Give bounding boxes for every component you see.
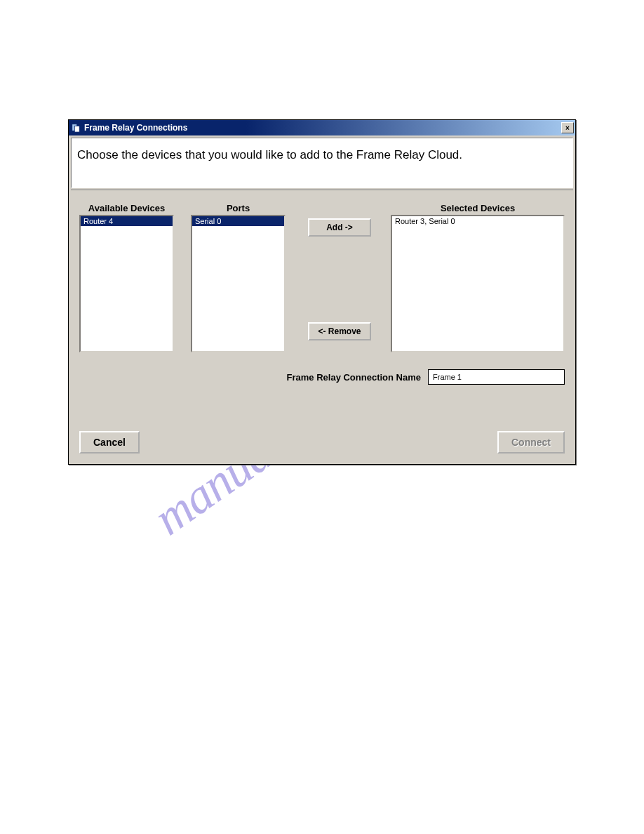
close-icon: × [565, 124, 570, 132]
titlebar: Frame Relay Connections × [69, 120, 575, 135]
instruction-text: Choose the devices that you would like t… [77, 148, 462, 161]
window-body: Choose the devices that you would like t… [69, 135, 575, 464]
cancel-button[interactable]: Cancel [79, 431, 140, 454]
selected-listbox[interactable]: Router 3, Serial 0 [391, 215, 565, 352]
list-item[interactable]: Router 3, Serial 0 [392, 216, 563, 226]
available-column: Available Devices Router 4 [79, 203, 174, 352]
list-item[interactable]: Serial 0 [192, 216, 284, 226]
connect-button[interactable]: Connect [497, 431, 565, 454]
main-area: Available Devices Router 4 Ports Serial … [71, 190, 573, 462]
available-listbox[interactable]: Router 4 [79, 215, 174, 352]
titlebar-title: Frame Relay Connections [84, 123, 187, 133]
svg-rect-1 [74, 126, 79, 132]
columns: Available Devices Router 4 Ports Serial … [79, 203, 565, 352]
footer-buttons: Cancel Connect [79, 431, 565, 454]
close-button[interactable]: × [561, 122, 574, 133]
selected-header: Selected Devices [391, 203, 565, 213]
ports-header: Ports [191, 203, 286, 213]
ports-listbox[interactable]: Serial 0 [191, 215, 286, 352]
titlebar-left: Frame Relay Connections [70, 122, 187, 133]
app-icon [70, 122, 81, 133]
connection-name-label: Frame Relay Connection Name [287, 372, 421, 383]
add-button[interactable]: Add -> [308, 218, 371, 237]
connection-name-input[interactable] [428, 369, 565, 385]
instruction-panel: Choose the devices that you would like t… [71, 138, 573, 188]
transfer-buttons: Add -> <- Remove [308, 203, 371, 340]
list-item[interactable]: Router 4 [81, 216, 173, 226]
available-header: Available Devices [79, 203, 174, 213]
connection-name-row: Frame Relay Connection Name [79, 369, 565, 385]
ports-column: Ports Serial 0 [191, 203, 286, 352]
remove-button[interactable]: <- Remove [308, 322, 371, 340]
dialog-window: Frame Relay Connections × Choose the dev… [68, 119, 576, 465]
selected-column: Selected Devices Router 3, Serial 0 [391, 203, 565, 352]
